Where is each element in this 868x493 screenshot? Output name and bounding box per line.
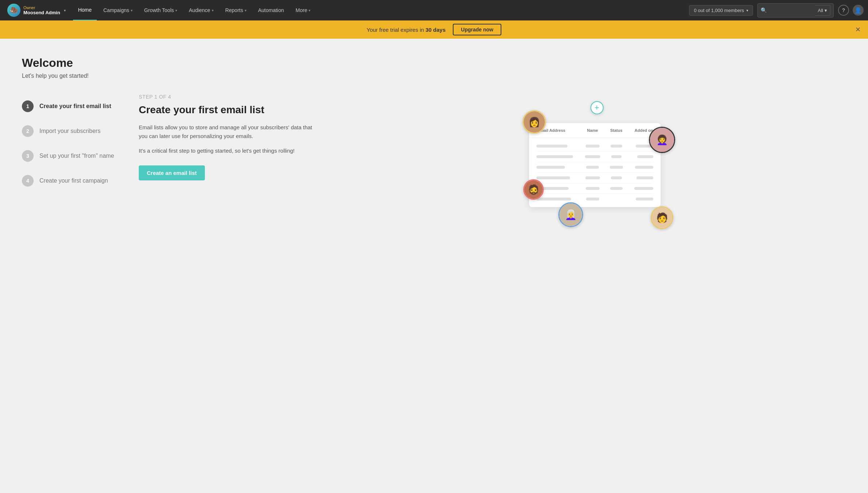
- reports-chevron-icon: ▾: [245, 8, 246, 12]
- navbar: 🦣 Owner Moosend Admin ▾ Home Campaigns ▾…: [0, 0, 868, 20]
- search-area: 🔍 All ▾: [757, 3, 834, 18]
- step-title: Create your first email list: [139, 104, 321, 116]
- brand-logo: 🦣: [7, 4, 20, 17]
- step-number-4: 4: [22, 175, 34, 187]
- page-subtitle: Let's help you get started!: [22, 73, 846, 79]
- brand-area[interactable]: 🦣 Owner Moosend Admin ▾: [4, 4, 69, 17]
- col-header-status: Status: [605, 128, 627, 133]
- table-row: [536, 173, 653, 183]
- illustration-area: E-mail Address Name Status Added on: [343, 94, 846, 247]
- search-icon: 🔍: [761, 7, 767, 13]
- table-row: [536, 194, 653, 204]
- step-content: STEP 1 OF 4 Create your first email list…: [139, 94, 321, 247]
- step-number-3: 3: [22, 150, 34, 162]
- nav-campaigns[interactable]: Campaigns ▾: [98, 0, 138, 20]
- filter-chevron-icon: ▾: [825, 8, 827, 13]
- steps-sidebar: 1 Create your first email list 2 Import …: [22, 94, 117, 247]
- avatar-3: 🧔: [523, 179, 544, 200]
- step-note: It's a critical first step to getting st…: [139, 146, 321, 155]
- step-item-2[interactable]: 2 Import your subscribers: [22, 119, 117, 144]
- user-menu-button[interactable]: 👤: [853, 5, 864, 16]
- trial-banner-text: Your free trial expires in 30 days: [367, 27, 446, 33]
- trial-banner: Your free trial expires in 30 days Upgra…: [0, 20, 868, 39]
- audience-chevron-icon: ▾: [212, 8, 214, 12]
- table-row: [536, 183, 653, 194]
- nav-home[interactable]: Home: [73, 0, 97, 20]
- upgrade-now-button[interactable]: Upgrade now: [453, 24, 501, 35]
- nav-automation[interactable]: Automation: [253, 0, 289, 20]
- step-label-3: Set up your first "from" name: [39, 153, 114, 159]
- nav-reports[interactable]: Reports ▾: [220, 0, 252, 20]
- table-header: E-mail Address Name Status Added on: [529, 123, 661, 138]
- step-label-1: Create your first email list: [39, 103, 111, 110]
- main-content: Welcome Let's help you get started! 1 Cr…: [0, 39, 868, 493]
- table-row: [536, 152, 653, 162]
- step-label-4: Create your first campaign: [39, 177, 108, 184]
- table-rows: [529, 138, 661, 207]
- user-icon: 👤: [854, 7, 862, 14]
- search-input[interactable]: [769, 8, 813, 13]
- banner-close-button[interactable]: ✕: [855, 26, 861, 34]
- campaigns-chevron-icon: ▾: [131, 8, 133, 12]
- avatar-1: 👩: [523, 110, 546, 134]
- step-number-2: 2: [22, 125, 34, 137]
- table-row: [536, 141, 653, 152]
- step-item-4[interactable]: 4 Create your first campaign: [22, 168, 117, 193]
- nav-audience[interactable]: Audience ▾: [184, 0, 218, 20]
- search-filter-button[interactable]: All ▾: [815, 5, 830, 16]
- brand-name: Moosend Admin: [23, 10, 60, 15]
- brand-chevron-icon: ▾: [64, 8, 66, 12]
- brand-owner-label: Owner: [23, 5, 60, 10]
- step-label-2: Import your subscribers: [39, 128, 100, 134]
- step-number-1: 1: [22, 100, 34, 112]
- col-header-name: Name: [580, 128, 605, 133]
- step-item-3[interactable]: 3 Set up your first "from" name: [22, 144, 117, 168]
- avatar-5: 🧑: [651, 206, 673, 229]
- email-table-illustration: E-mail Address Name Status Added on: [529, 123, 661, 207]
- create-email-list-button[interactable]: Create an email list: [139, 165, 205, 180]
- more-chevron-icon: ▾: [309, 8, 310, 12]
- growth-tools-chevron-icon: ▾: [175, 8, 177, 12]
- page-title: Welcome: [22, 56, 846, 70]
- avatar-2: 👩‍🦱: [649, 127, 675, 153]
- add-subscriber-icon: +: [590, 101, 604, 114]
- members-selector[interactable]: 0 out of 1,000 members ▾: [689, 5, 753, 16]
- onboarding-layout: 1 Create your first email list 2 Import …: [22, 94, 846, 247]
- avatar-4: 👩‍🦳: [558, 202, 583, 227]
- members-chevron-icon: ▾: [746, 8, 748, 12]
- step-description: Email lists allow you to store and manag…: [139, 123, 321, 141]
- step-item-1[interactable]: 1 Create your first email list: [22, 94, 117, 119]
- col-header-added: Added on: [627, 128, 653, 133]
- step-indicator: STEP 1 OF 4: [139, 94, 321, 100]
- nav-more[interactable]: More ▾: [291, 0, 316, 20]
- nav-growth-tools[interactable]: Growth Tools ▾: [139, 0, 182, 20]
- table-row: [536, 162, 653, 173]
- help-button[interactable]: ?: [838, 5, 849, 16]
